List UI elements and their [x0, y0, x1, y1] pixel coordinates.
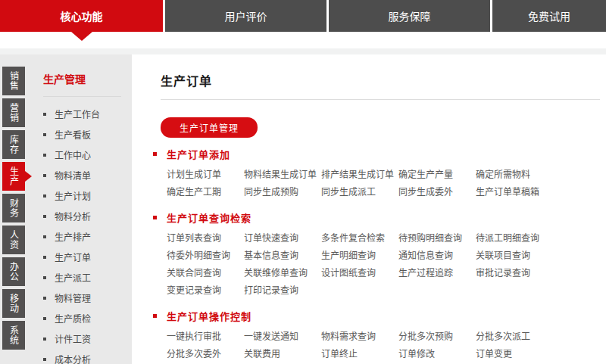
section-title: 生产订单查询检索 — [167, 210, 251, 225]
submenu-item[interactable]: 物料管理 — [43, 288, 132, 308]
feature-link[interactable]: 分批多次预购 — [398, 328, 476, 346]
submenu-item[interactable]: 生产订单 — [43, 247, 132, 267]
sidebar-module-item[interactable]: 人资 — [2, 226, 25, 254]
feature-link[interactable]: 关联费用 — [244, 346, 321, 363]
sidebar-module-item[interactable]: 财务 — [2, 194, 25, 222]
feature-link[interactable]: 物料结果生成订单 — [244, 166, 321, 184]
nav-tab[interactable]: 用户评价 — [165, 0, 326, 32]
content-area: 销售营销库存生产财务人资办公移动系统 生产管理 生产工作台 生产看板 工作中心 … — [0, 54, 606, 364]
feature-link[interactable]: 设计图纸查询 — [321, 265, 398, 282]
submenu-item[interactable]: 工作中心 — [43, 145, 132, 165]
submenu-title: 生产管理 — [43, 71, 132, 86]
feature-link[interactable]: 分批多次派工 — [476, 328, 553, 346]
feature-link[interactable]: 同步生成派工 — [321, 184, 398, 201]
feature-link[interactable]: 分批多次委外 — [167, 346, 244, 363]
feature-link[interactable]: 生产订单草稿箱 — [476, 184, 553, 201]
submenu-item-label: 物料管理 — [55, 291, 91, 304]
feature-link[interactable]: 关联维修单查询 — [244, 265, 321, 282]
sidebar-module-item[interactable]: 移动 — [2, 289, 25, 318]
feature-link[interactable]: 多条件复合检索 — [321, 230, 398, 247]
feature-link[interactable]: 物料需求查询 — [321, 328, 398, 346]
submenu-item[interactable]: 生产质检 — [43, 308, 132, 328]
feature-link[interactable]: 确定生产产量 — [398, 166, 476, 184]
bullet-square-icon — [153, 216, 157, 219]
feature-link[interactable]: 同步生成委外 — [398, 184, 476, 201]
feature-link[interactable]: 一键发送通知 — [244, 328, 321, 346]
sidebar-module-item[interactable]: 系统 — [2, 321, 25, 350]
nav-tab[interactable]: 免费试用 — [492, 0, 606, 32]
order-manage-button[interactable]: 生产订单管理 — [161, 117, 258, 138]
sidebar-module-item[interactable]: 库存 — [2, 130, 25, 159]
content-top-band — [0, 48, 606, 54]
links-grid: 计划生成订单物料结果生成订单排产结果生成订单确定生产产量确定所需物料确定生产工期… — [167, 166, 606, 201]
bullet-square-icon — [43, 358, 46, 361]
section-title: 生产订单操作控制 — [167, 309, 251, 323]
feature-link[interactable]: 待委外明细查询 — [167, 247, 244, 265]
submenu-item-label: 生产工作台 — [55, 107, 100, 120]
left-rail: 销售营销库存生产财务人资办公移动系统 生产管理 生产工作台 生产看板 工作中心 … — [0, 54, 132, 364]
feature-link[interactable]: 变更记录查询 — [167, 282, 244, 300]
feature-link[interactable]: 关联合同查询 — [167, 265, 244, 282]
feature-link[interactable]: 生产明细查询 — [321, 247, 398, 265]
feature-link[interactable]: 确定生产工期 — [167, 184, 244, 201]
links-grid: 订单列表查询订单快速查询多条件复合检索待预购明细查询待派工明细查询待委外明细查询… — [167, 230, 606, 300]
submenu-item[interactable]: 生产派工 — [43, 267, 132, 288]
feature-link[interactable]: 订单变更 — [476, 346, 553, 363]
submenu-item[interactable]: 成本分析 — [43, 349, 132, 364]
feature-link[interactable]: 同步生成预购 — [244, 184, 321, 201]
nav-tab-label: 核心功能 — [61, 8, 103, 23]
nav-tab[interactable]: 服务保障 — [329, 0, 490, 32]
feature-section: 生产订单操作控制 一键执行审批一键发送通知物料需求查询分批多次预购分批多次派工分… — [153, 309, 606, 364]
sidebar-module-item[interactable]: 营销 — [2, 98, 25, 127]
feature-link[interactable]: 排产结果生成订单 — [321, 166, 398, 184]
feature-link[interactable]: 基本信息查询 — [244, 247, 321, 265]
sidebar-module-item[interactable]: 销售 — [2, 67, 25, 95]
bullet-square-icon — [153, 314, 157, 318]
nav-tab-label: 免费试用 — [528, 8, 570, 23]
feature-link[interactable]: 关联项目查询 — [476, 247, 553, 265]
section-head: 生产订单查询检索 — [153, 210, 606, 225]
bullet-square-icon — [43, 215, 46, 218]
module-nav: 销售营销库存生产财务人资办公移动系统 — [0, 54, 27, 364]
feature-link[interactable]: 确定所需物料 — [476, 166, 553, 184]
submenu-item[interactable]: 生产计划 — [43, 185, 132, 206]
bullet-square-icon — [43, 113, 46, 116]
feature-link[interactable]: 订单快速查询 — [244, 230, 321, 247]
submenu-item-label: 生产质检 — [55, 312, 91, 325]
bullet-square-icon — [43, 133, 46, 136]
sidebar-module-item[interactable]: 生产 — [2, 162, 25, 191]
feature-link[interactable]: 订单终止 — [321, 346, 398, 363]
bullet-square-icon — [43, 235, 46, 238]
feature-link[interactable]: 一键执行审批 — [167, 328, 244, 346]
submenu-item[interactable]: 物料清单 — [43, 165, 132, 185]
feature-section: 生产订单查询检索 订单列表查询订单快速查询多条件复合检索待预购明细查询待派工明细… — [153, 210, 606, 300]
title-divider — [161, 99, 600, 100]
nav-tab[interactable]: 核心功能 — [0, 0, 163, 32]
submenu-item-label: 物料分析 — [55, 210, 91, 222]
submenu-item-label: 工作中心 — [55, 148, 91, 161]
feature-link[interactable]: 打印记录查询 — [244, 282, 321, 300]
bullet-square-icon — [43, 154, 46, 157]
submenu-item[interactable]: 物料分析 — [43, 206, 132, 226]
bullet-square-icon — [43, 317, 46, 320]
links-grid: 一键执行审批一键发送通知物料需求查询分批多次预购分批多次派工分批多次委外关联费用… — [167, 328, 606, 364]
bullet-square-icon — [43, 174, 46, 177]
feature-link[interactable]: 订单修改 — [398, 346, 476, 363]
feature-link[interactable]: 审批记录查询 — [476, 265, 553, 282]
feature-link[interactable]: 计划生成订单 — [167, 166, 244, 184]
submenu-item-label: 生产订单 — [55, 250, 91, 263]
submenu-item[interactable]: 生产排产 — [43, 226, 132, 247]
submenu-item[interactable]: 生产工作台 — [43, 104, 132, 124]
feature-link[interactable]: 通知信息查询 — [398, 247, 476, 265]
submenu-item[interactable]: 计件工资 — [43, 328, 132, 349]
sidebar-module-item[interactable]: 办公 — [2, 257, 25, 286]
feature-link[interactable]: 待派工明细查询 — [476, 230, 553, 247]
feature-link[interactable]: 生产过程追踪 — [398, 265, 476, 282]
feature-link[interactable]: 订单列表查询 — [167, 230, 244, 247]
bullet-square-icon — [153, 152, 157, 156]
feature-section: 生产订单添加 计划生成订单物料结果生成订单排产结果生成订单确定生产产量确定所需物… — [153, 147, 606, 201]
submenu-item-label: 生产派工 — [55, 271, 91, 284]
feature-link[interactable]: 待预购明细查询 — [398, 230, 476, 247]
section-head: 生产订单操作控制 — [153, 309, 606, 323]
submenu-item[interactable]: 生产看板 — [43, 124, 132, 145]
